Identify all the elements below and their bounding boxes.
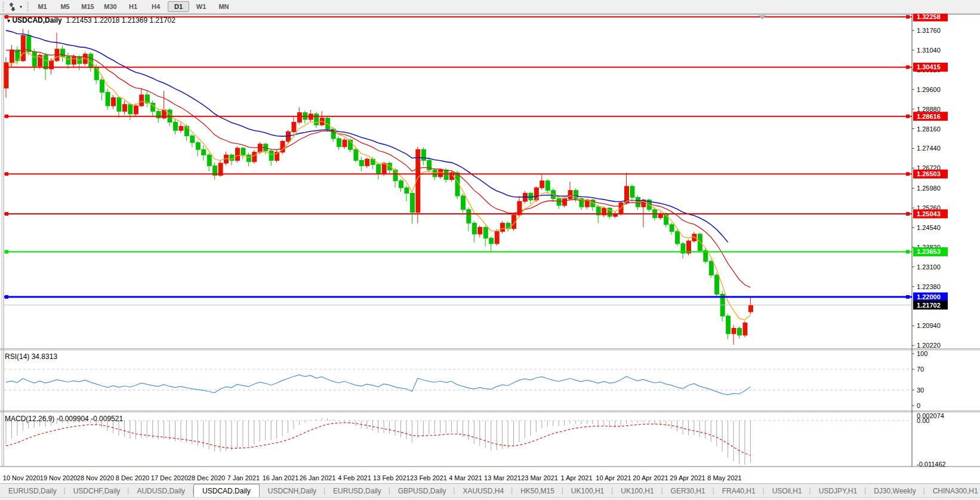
svg-text:30: 30 xyxy=(917,386,924,394)
svg-text:8 Dec 2020: 8 Dec 2020 xyxy=(116,474,149,481)
svg-text:1.23100: 1.23100 xyxy=(917,263,941,271)
svg-text:8 May 2021: 8 May 2021 xyxy=(707,474,741,481)
svg-text:1.27440: 1.27440 xyxy=(917,145,941,152)
timeframe-button-m1[interactable]: M1 xyxy=(32,1,53,12)
svg-text:28 Dec 2020: 28 Dec 2020 xyxy=(188,474,225,481)
svg-text:1.20220: 1.20220 xyxy=(917,342,941,349)
legend-ohlc: 1.21453 1.22018 1.21369 1.21702 xyxy=(66,16,175,24)
price-badge-1.22000: 1.22000 xyxy=(913,293,948,302)
svg-text:1.24540: 1.24540 xyxy=(917,224,941,231)
svg-text:1.26503: 1.26503 xyxy=(917,170,941,177)
svg-text:20 Apr 2021: 20 Apr 2021 xyxy=(633,474,668,481)
symbol-tab-usdcnh-daily[interactable]: USDCNH,Daily| xyxy=(260,484,325,498)
svg-text:17 Dec 2020: 17 Dec 2020 xyxy=(151,474,188,481)
symbol-tab-gbpusd-daily[interactable]: GBPUSD,Daily| xyxy=(390,484,455,498)
svg-text:1.28616: 1.28616 xyxy=(917,113,941,120)
timeframe-button-d1[interactable]: D1 xyxy=(168,1,189,12)
price-badge-1.23653: 1.23653 xyxy=(913,247,948,256)
symbol-tab-audusd-daily[interactable]: AUDUSD,Daily| xyxy=(128,484,193,498)
timeframe-button-h4[interactable]: H4 xyxy=(145,1,167,12)
svg-text:1.25043: 1.25043 xyxy=(917,210,941,217)
price-badge-1.28616: 1.28616 xyxy=(913,112,948,121)
svg-text:19 Nov 2020: 19 Nov 2020 xyxy=(40,474,77,481)
symbol-tab-fra40-h1[interactable]: FRA40,H1| xyxy=(714,484,764,498)
svg-text:1.23653: 1.23653 xyxy=(917,248,941,255)
macd-label: MACD(12,26,9) -0.009904 -0.009521 xyxy=(5,415,123,423)
svg-text:16 Jan 2021: 16 Jan 2021 xyxy=(263,474,299,481)
timeframe-buttons: M1M5M15M30H1H4D1W1MN xyxy=(31,1,235,12)
symbol-tab-bar: EURUSD,Daily|USDCHF,Daily|AUDUSD,Daily|U… xyxy=(0,483,980,498)
symbol-tab-uk100-h1[interactable]: UK100,H1| xyxy=(563,484,612,498)
timeframe-button-m30[interactable]: M30 xyxy=(100,1,121,12)
tabs-holder: EURUSD,Daily|USDCHF,Daily|AUDUSD,Daily|U… xyxy=(0,484,980,498)
svg-text:13 Mar 2021: 13 Mar 2021 xyxy=(484,474,521,481)
timeframe-button-h1[interactable]: H1 xyxy=(122,1,144,12)
toolbar: ▾ M1M5M15M30H1H4D1W1MN xyxy=(0,0,980,14)
symbol-tab-hk50-m15[interactable]: HK50,M15| xyxy=(512,484,563,498)
legend-symbol: USDCAD,Daily xyxy=(12,16,61,24)
symbol-tab-uk100-h1[interactable]: UK100,H1| xyxy=(612,484,662,498)
symbol-tab-eurusd-daily[interactable]: EURUSD,Daily| xyxy=(0,484,65,498)
svg-text:1.22380: 1.22380 xyxy=(917,283,941,290)
svg-text:0: 0 xyxy=(917,402,920,409)
symbol-tab-xauusd-h4[interactable]: XAUUSD,H4| xyxy=(454,484,512,498)
timeframe-button-m5[interactable]: M5 xyxy=(54,1,76,12)
svg-text:-0.011462: -0.011462 xyxy=(917,461,946,468)
svg-text:1.31040: 1.31040 xyxy=(917,47,941,54)
status-strip xyxy=(0,497,980,500)
price-badge-1.26503: 1.26503 xyxy=(913,170,948,179)
svg-text:13 Feb 2021: 13 Feb 2021 xyxy=(373,474,410,481)
svg-text:1.22000: 1.22000 xyxy=(917,293,941,300)
svg-text:1 Apr 2021: 1 Apr 2021 xyxy=(560,474,592,481)
svg-text:10 Nov 2020: 10 Nov 2020 xyxy=(3,474,40,481)
symbol-tab-eurusd-daily[interactable]: EURUSD,Daily| xyxy=(325,484,390,498)
svg-text:4 Mar 2021: 4 Mar 2021 xyxy=(449,474,482,481)
current-price-badge: 1.21702 xyxy=(913,300,948,309)
svg-text:100: 100 xyxy=(917,350,927,357)
svg-text:7 Jan 2021: 7 Jan 2021 xyxy=(227,474,260,481)
svg-text:26 Jan 2021: 26 Jan 2021 xyxy=(300,474,336,481)
rsi-label: RSI(14) 34.8313 xyxy=(5,352,57,361)
svg-text:1.29600: 1.29600 xyxy=(917,86,941,93)
timeframe-button-m15[interactable]: M15 xyxy=(77,1,98,12)
svg-text:23 Mar 2021: 23 Mar 2021 xyxy=(521,474,558,481)
mt4-window: { "toolbar": { "timeframes": ["M1","M5",… xyxy=(0,0,980,500)
svg-text:1.25980: 1.25980 xyxy=(917,185,941,192)
svg-text:10 Apr 2021: 10 Apr 2021 xyxy=(596,474,631,481)
symbol-tab-ger30-h1[interactable]: GER30,H1| xyxy=(662,484,714,498)
candles-updown-icon[interactable] xyxy=(7,1,19,12)
price-badge-1.30415: 1.30415 xyxy=(913,63,948,72)
svg-text:28 Nov 2020: 28 Nov 2020 xyxy=(77,474,114,481)
symbol-tab-china300-h1[interactable]: CHINA300,H1| xyxy=(924,484,980,498)
svg-text:1.32258: 1.32258 xyxy=(917,13,941,20)
svg-text:0.00: 0.00 xyxy=(917,417,929,424)
symbol-tab-dj30-weekly[interactable]: DJ30,Weekly| xyxy=(865,484,924,498)
svg-text:1.21702: 1.21702 xyxy=(917,302,941,309)
chart-menu-triangle-icon[interactable]: ▾ xyxy=(7,17,10,24)
svg-text:70: 70 xyxy=(917,366,924,373)
timeframe-button-w1[interactable]: W1 xyxy=(190,1,212,12)
svg-text:1.30415: 1.30415 xyxy=(917,63,941,70)
symbol-tab-usdcad-daily[interactable]: USDCAD,Daily xyxy=(193,484,260,498)
time-axis[interactable]: 10 Nov 202019 Nov 202028 Nov 20208 Dec 2… xyxy=(3,474,742,481)
toolbar-grip2[interactable] xyxy=(26,2,29,11)
symbol-tab-usdjpy-h1[interactable]: USDJPY,H1| xyxy=(810,484,865,498)
chart-legend: ▾ USDCAD,Daily 1.21453 1.22018 1.21369 1… xyxy=(7,16,175,24)
svg-text:29 Apr 2021: 29 Apr 2021 xyxy=(670,474,705,481)
toolbar-grip[interactable] xyxy=(2,2,5,11)
svg-text:1.20940: 1.20940 xyxy=(917,322,941,329)
timeframe-button-mn[interactable]: MN xyxy=(213,1,235,12)
chevron-down-icon[interactable]: ▾ xyxy=(20,4,22,10)
svg-text:4 Feb 2021: 4 Feb 2021 xyxy=(338,474,371,481)
svg-text:1.31760: 1.31760 xyxy=(917,27,941,34)
symbol-tab-usdchf-daily[interactable]: USDCHF,Daily| xyxy=(65,484,129,498)
chart-canvas[interactable]: 1.317601.310401.303201.296001.288801.281… xyxy=(0,0,980,500)
svg-text:1.28880: 1.28880 xyxy=(917,106,941,113)
svg-text:1.28160: 1.28160 xyxy=(917,125,941,133)
symbol-tab-usoil-h1[interactable]: USOil,H1| xyxy=(764,484,810,498)
svg-text:23 Feb 2021: 23 Feb 2021 xyxy=(410,474,447,481)
price-badge-1.25043: 1.25043 xyxy=(913,209,948,218)
